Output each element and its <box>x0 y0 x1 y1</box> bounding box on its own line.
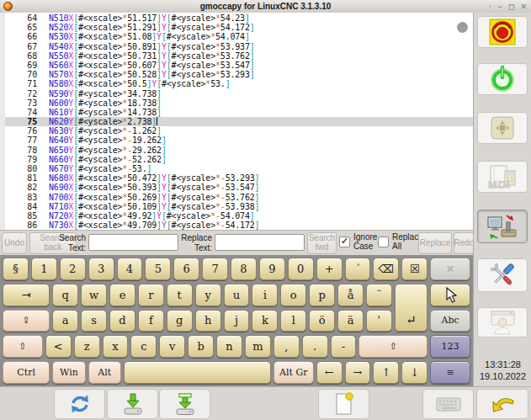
gcode-line[interactable]: 64N510X[#<xscale>*51.517]Y[#<yscale>*54.… <box>5 13 473 23</box>
search-input[interactable] <box>88 234 178 251</box>
redo-button[interactable]: Redo <box>454 232 475 254</box>
space-key[interactable] <box>124 361 271 384</box>
key-l[interactable]: l <box>280 310 306 332</box>
jog-pad-button[interactable] <box>477 112 528 144</box>
key-0[interactable]: 0 <box>288 258 314 280</box>
key-9[interactable]: 9 <box>259 258 285 280</box>
key-w[interactable]: w <box>81 284 107 306</box>
key-x[interactable]: x <box>103 335 129 358</box>
rollup-icon[interactable]: ↑ <box>488 3 492 11</box>
key-period[interactable]: . <box>302 335 328 358</box>
key-z[interactable]: z <box>74 335 100 358</box>
abc-layer-key[interactable]: Abc <box>430 310 470 332</box>
key-odiaeresis[interactable]: ö <box>309 310 335 332</box>
tab-key[interactable]: ⇥ <box>3 284 50 306</box>
key-g[interactable]: g <box>167 310 193 332</box>
key-8[interactable]: 8 <box>231 258 257 280</box>
replace-input[interactable] <box>215 234 305 251</box>
gcode-line[interactable]: 86N730X[#<xscale>*49.709]Y[#<yscale>*-54… <box>5 221 473 230</box>
key-f[interactable]: f <box>138 310 164 332</box>
gcode-line[interactable]: 65N520X[#<xscale>*51.291]Y[#<yscale>*54.… <box>5 23 473 32</box>
replace-all-checkbox[interactable] <box>378 237 389 247</box>
key-6[interactable]: 6 <box>173 258 199 280</box>
gcode-line[interactable]: 82N690X[#<xscale>*50.393]Y[#<yscale>*-53… <box>5 183 473 192</box>
enter-key[interactable]: ↵ <box>395 284 427 332</box>
scrollbar-thumb[interactable] <box>457 22 468 33</box>
maximize-icon[interactable]: ◻ <box>508 3 514 11</box>
key-1[interactable]: 1 <box>31 258 57 280</box>
altgr-key[interactable]: Alt Gr <box>273 361 314 384</box>
key-plus[interactable]: + <box>316 258 342 280</box>
save-file-button[interactable] <box>107 389 158 419</box>
gcode-line[interactable]: 79N660Y[#<yscale>*-52.262] <box>5 155 473 164</box>
mdi-button[interactable]: MDI <box>477 161 528 193</box>
minimize-icon[interactable]: − <box>498 3 502 11</box>
key-5[interactable]: 5 <box>145 258 171 280</box>
keyboard-toggle-button[interactable] <box>422 389 474 419</box>
key-n[interactable]: n <box>216 335 242 358</box>
key-j[interactable]: j <box>224 310 250 332</box>
alt-key[interactable]: Alt <box>88 361 121 384</box>
gcode-line[interactable]: 84N710X[#<xscale>*50.109]Y[#<yscale>*-53… <box>5 202 473 211</box>
key-3[interactable]: 3 <box>88 258 114 280</box>
gcode-editor[interactable]: 64N510X[#<xscale>*51.517]Y[#<yscale>*54.… <box>0 13 473 230</box>
key-v[interactable]: v <box>159 335 185 358</box>
capslock-key[interactable]: ⇪ <box>3 310 50 332</box>
gcode-line[interactable]: 74N610Y[#<yscale>*14.738] <box>5 108 473 117</box>
key-e[interactable]: e <box>109 284 135 306</box>
key-b[interactable]: b <box>188 335 214 358</box>
menu-layer-key[interactable]: ≡ <box>430 361 470 384</box>
reload-file-button[interactable] <box>54 389 105 419</box>
estop-button[interactable] <box>477 16 528 48</box>
gcode-line[interactable]: 67N540X[#<xscale>*50.891]Y[#<yscale>*53.… <box>5 42 473 51</box>
key-k[interactable]: k <box>252 310 278 332</box>
key-m[interactable]: m <box>245 335 271 358</box>
key-a[interactable]: a <box>52 310 78 332</box>
win-key[interactable]: Win <box>52 361 85 384</box>
close-icon[interactable]: ✕ <box>520 3 527 11</box>
close-keyboard-key[interactable]: ✕ <box>430 258 470 280</box>
key-4[interactable]: 4 <box>117 258 143 280</box>
power-button[interactable] <box>477 63 528 95</box>
new-file-button[interactable] <box>318 389 369 419</box>
gcode-line[interactable]: 77N640Y[#<yscale>*-19.262] <box>5 136 473 145</box>
key-acute[interactable]: ´ <box>345 258 371 280</box>
key-adiaeresis[interactable]: ä <box>337 310 364 332</box>
gcode-line[interactable]: 78N650Y[#<yscale>*-29.262] <box>5 146 473 155</box>
gcode-line[interactable]: 68N550X[#<xscale>*50.731]Y[#<yscale>*53.… <box>5 51 473 61</box>
pointer-key[interactable] <box>430 284 470 306</box>
key-umlaut[interactable]: ¨ <box>366 284 392 306</box>
arrow-down-key[interactable]: ↓ <box>401 361 427 384</box>
back-button[interactable] <box>476 389 528 419</box>
key-u[interactable]: u <box>224 284 250 306</box>
gcode-line[interactable]: 85N720X[#<xscale>*49.92]Y[#<yscale>*-54.… <box>5 211 473 221</box>
right-shift-key[interactable]: ⇧ <box>358 335 427 358</box>
gcode-line[interactable]: 76N630Y[#<yscale>*-1.262] <box>5 126 473 136</box>
numeric-layer-key[interactable]: 123 <box>430 335 470 358</box>
save-as-button[interactable] <box>159 389 210 419</box>
key-i[interactable]: i <box>252 284 278 306</box>
delete-key[interactable]: ☒ <box>401 258 427 280</box>
back-to-machine-button[interactable] <box>477 210 528 243</box>
gcode-line[interactable]: 73N600Y[#<yscale>*18.738] <box>5 98 473 108</box>
key-h[interactable]: h <box>195 310 221 332</box>
gcode-line[interactable]: 80N670Y[#<yscale>*-53.] <box>5 164 473 173</box>
gcode-line[interactable]: 81N680X[#<xscale>*50.472]Y[#<yscale>*-53… <box>5 173 473 183</box>
left-shift-key[interactable]: ⇧ <box>3 335 43 358</box>
gcode-line[interactable]: 69N560X[#<xscale>*50.607]Y[#<yscale>*53.… <box>5 61 473 70</box>
key-d[interactable]: d <box>109 310 135 332</box>
gcode-line[interactable]: 83N700X[#<xscale>*50.269]Y[#<yscale>*-53… <box>5 193 473 202</box>
key-aring[interactable]: å <box>337 284 364 306</box>
key-minus[interactable]: - <box>331 335 357 358</box>
key-c[interactable]: c <box>130 335 157 358</box>
gcode-line[interactable]: 75N620Y[#<yscale>*2.738] <box>5 117 473 126</box>
gcode-line[interactable]: 70N570X[#<xscale>*50.528]Y[#<yscale>*53.… <box>5 70 473 79</box>
key-r[interactable]: r <box>138 284 164 306</box>
key-section[interactable]: § <box>3 258 29 280</box>
undo-button[interactable]: Undo <box>2 232 27 254</box>
key-t[interactable]: t <box>167 284 193 306</box>
gcode-line[interactable]: 71N580X[#<xscale>*50.5]Y[#<yscale>*53.] <box>5 79 473 88</box>
backspace-key[interactable]: ⌫ <box>373 258 399 280</box>
key-s[interactable]: s <box>81 310 107 332</box>
key-y[interactable]: y <box>195 284 221 306</box>
